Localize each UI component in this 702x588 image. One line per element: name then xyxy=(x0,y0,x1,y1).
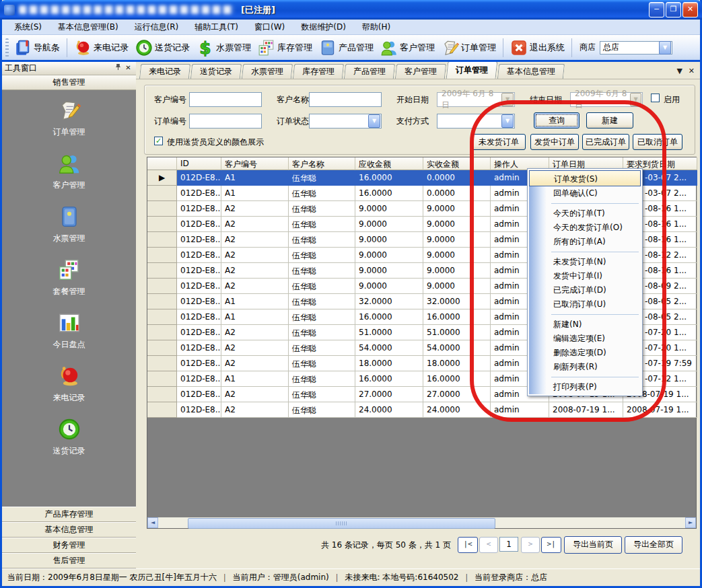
query-button[interactable]: 查询 xyxy=(534,112,580,128)
last-page-button[interactable]: >| xyxy=(541,537,561,553)
horizontal-scrollbar[interactable]: ◄ ► xyxy=(147,517,696,528)
customer-no-input[interactable] xyxy=(189,92,262,107)
tab-3[interactable]: 水票管理 xyxy=(242,64,293,79)
row-selector[interactable]: ▶ xyxy=(147,170,177,186)
end-date-picker[interactable]: 2009年 6月 8日▼ xyxy=(570,92,643,107)
menubar-item[interactable]: 帮助(H) xyxy=(354,20,398,34)
customer-name-input[interactable] xyxy=(309,92,382,107)
menubar-item[interactable]: 基本信息管理(B) xyxy=(50,20,127,34)
context-menu-item[interactable]: 所有的订单(A) xyxy=(529,235,641,249)
pin-icon[interactable] xyxy=(113,63,123,73)
toolbar-button-alarm-bell[interactable]: 来电记录 xyxy=(71,37,132,59)
order-status-select[interactable]: ▼ xyxy=(309,114,382,128)
row-selector[interactable] xyxy=(147,279,177,294)
menubar-item[interactable]: 数据维护(D) xyxy=(293,20,354,34)
menubar-item[interactable]: 运行信息(R) xyxy=(127,20,187,34)
maximize-button[interactable]: ❐ xyxy=(666,2,681,17)
toolbar-button-dollar[interactable]: $水票管理 xyxy=(193,37,254,59)
context-menu-item[interactable]: 订单发货(S) xyxy=(529,170,641,186)
row-selector[interactable] xyxy=(147,232,177,248)
start-date-picker[interactable]: 2009年 6月 8日▼ xyxy=(437,92,515,107)
tab-6[interactable]: 客户管理 xyxy=(395,64,446,79)
tab-4[interactable]: 库存管理 xyxy=(293,64,344,79)
tab-1[interactable]: 来电记录 xyxy=(139,64,190,79)
sidebar-group-sales[interactable]: 销售管理 xyxy=(2,75,136,90)
context-menu-item[interactable]: 回单确认(C) xyxy=(529,186,641,200)
sidebar-item-clock[interactable]: 送货记录 xyxy=(53,418,85,457)
column-header-customer_no[interactable]: 客户编号 xyxy=(221,157,289,170)
chevron-down-icon[interactable]: ▼ xyxy=(501,114,514,128)
close-button[interactable]: ✕ xyxy=(682,2,698,17)
row-selector[interactable] xyxy=(147,356,177,371)
scroll-left-icon[interactable]: ◄ xyxy=(147,517,158,528)
status-filter-button-2[interactable]: 发货中订单 xyxy=(530,134,579,150)
tab-7[interactable]: 订单管理 xyxy=(446,61,498,79)
page-number-input[interactable]: 1 xyxy=(499,537,518,552)
context-menu-item[interactable]: 打印列表(P) xyxy=(529,380,641,394)
row-selector[interactable] xyxy=(147,402,177,418)
tab-2[interactable]: 送货记录 xyxy=(190,64,242,79)
sidebar-item-order-scroll[interactable]: 订单管理 xyxy=(53,99,85,138)
order-no-input[interactable] xyxy=(189,114,262,128)
context-menu-item[interactable]: 发货中订单(I) xyxy=(529,269,641,283)
tab-8[interactable]: 基本信息管理 xyxy=(497,64,565,79)
context-menu-item[interactable]: 新建(N) xyxy=(529,318,641,332)
sidebar-group-button[interactable]: 售后管理 xyxy=(2,553,136,568)
sidebar-item-water-card[interactable]: 水票管理 xyxy=(53,205,85,244)
menubar-item[interactable]: 系统(S) xyxy=(6,20,50,34)
prev-page-button[interactable]: < xyxy=(479,537,498,553)
toolbar-button-people[interactable]: 客户管理 xyxy=(377,37,438,59)
row-selector[interactable] xyxy=(147,309,177,325)
shop-select[interactable]: 总店 ▼ xyxy=(600,41,672,54)
sidebar-item-grid[interactable]: 套餐管理 xyxy=(53,258,85,297)
column-header-receivable[interactable]: 应收金额 xyxy=(355,157,423,170)
row-selector[interactable] xyxy=(147,340,177,356)
sidebar-item-chart[interactable]: 今日盘点 xyxy=(53,311,85,351)
toolbar-button-grid[interactable]: 库存管理 xyxy=(254,37,316,59)
context-menu-item[interactable]: 删除选定项(D) xyxy=(529,346,641,360)
toolbar-button-product-box[interactable]: 产品管理 xyxy=(316,37,377,59)
row-selector[interactable] xyxy=(147,186,177,201)
row-selector[interactable] xyxy=(147,248,177,263)
tab-list-dropdown-icon[interactable]: ▼ xyxy=(677,67,682,75)
status-filter-button-4[interactable]: 已取消订单 xyxy=(633,134,682,150)
row-selector[interactable] xyxy=(147,217,177,232)
menubar-item[interactable]: 窗口(W) xyxy=(246,20,293,34)
sidebar-group-button[interactable]: 财务管理 xyxy=(2,538,136,553)
context-menu-item[interactable]: 今天的发货订单(O) xyxy=(529,221,641,235)
row-selector[interactable] xyxy=(147,294,177,309)
payment-select[interactable]: ▼ xyxy=(437,114,515,128)
sidebar-item-alarm-bell[interactable]: 来电记录 xyxy=(53,365,85,404)
scrollbar-thumb[interactable] xyxy=(188,518,495,529)
toolbar-button-nav-book[interactable]: 导航条 xyxy=(11,37,63,59)
toolbar-grip[interactable] xyxy=(5,38,9,57)
sidebar-group-button[interactable]: 基本信息管理 xyxy=(2,522,136,538)
toolbar-button-exit-x[interactable]: 退出系统 xyxy=(507,37,568,59)
scroll-right-icon[interactable]: ► xyxy=(685,517,696,528)
context-menu-item[interactable]: 未发货订单(N) xyxy=(529,255,641,269)
table-row[interactable]: 012D-E8...A2伍华聪24.000024.0000admin2008-0… xyxy=(147,402,696,418)
export-current-page-button[interactable]: 导出当前页 xyxy=(564,536,622,554)
next-page-button[interactable]: > xyxy=(521,537,540,553)
chevron-down-icon[interactable]: ▼ xyxy=(368,114,380,128)
color-display-checkbox[interactable]: ✓ xyxy=(154,137,163,145)
toolbar-button-order-scroll[interactable]: 订单管理 xyxy=(438,37,499,59)
sidebar-item-people[interactable]: 客户管理 xyxy=(53,152,85,191)
context-menu-item[interactable]: 已取消订单(U) xyxy=(529,297,641,311)
context-menu-item[interactable]: 编辑选定项(E) xyxy=(529,332,641,346)
tab-5[interactable]: 产品管理 xyxy=(344,64,395,79)
row-selector[interactable] xyxy=(147,371,177,387)
context-menu-item[interactable]: 刷新列表(R) xyxy=(529,360,641,374)
row-selector[interactable] xyxy=(147,201,177,217)
row-selector[interactable] xyxy=(147,263,177,279)
first-page-button[interactable]: |< xyxy=(458,537,478,553)
sidebar-group-button[interactable]: 产品库存管理 xyxy=(2,507,136,522)
context-menu-item[interactable]: 已完成订单(D) xyxy=(529,283,641,297)
status-filter-button-1[interactable]: 未发货订单 xyxy=(472,134,526,150)
new-button[interactable]: 新建 xyxy=(586,112,633,128)
column-header-selector[interactable] xyxy=(147,157,177,170)
status-filter-button-3[interactable]: 已完成订单 xyxy=(582,134,629,150)
export-all-pages-button[interactable]: 导出全部页 xyxy=(625,536,682,554)
enable-checkbox[interactable] xyxy=(651,94,660,102)
column-header-id[interactable]: ID xyxy=(177,157,221,170)
